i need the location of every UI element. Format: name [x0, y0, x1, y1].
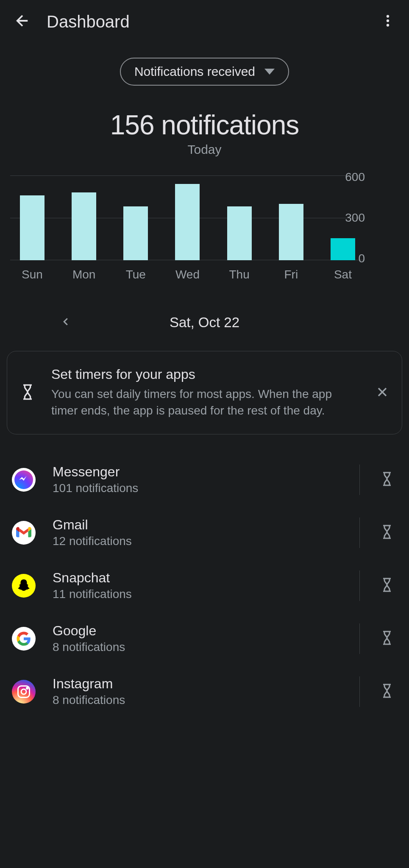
chart-bar[interactable] [121, 206, 150, 260]
app-info: Instagram 8 notifications [53, 676, 342, 707]
svg-point-1 [387, 19, 389, 22]
chart-x-axis: SunMonTueWedThuFriSat [18, 268, 357, 281]
vertical-divider [359, 570, 360, 601]
chart-bar[interactable] [70, 192, 98, 260]
chart-bar[interactable] [225, 206, 254, 260]
dismiss-card-button[interactable] [375, 384, 390, 401]
overflow-menu-button[interactable] [380, 13, 395, 30]
app-notifications-count: 11 notifications [53, 587, 342, 601]
chart-bar[interactable] [18, 195, 47, 260]
metric-selector-label: Notifications received [134, 64, 255, 79]
svg-point-0 [387, 15, 389, 17]
vertical-divider [359, 465, 360, 495]
summary: 156 notifications Today [0, 109, 409, 157]
chart-bar-fill [72, 192, 96, 260]
chart-bar-fill [20, 195, 45, 260]
set-timer-button[interactable] [377, 630, 397, 647]
app-row[interactable]: Gmail 12 notifications [0, 506, 409, 559]
app-row[interactable]: Messenger 101 notifications [0, 453, 409, 506]
previous-day-button[interactable] [59, 315, 72, 330]
y-tick-label: 0 [334, 252, 365, 265]
hourglass-icon [379, 577, 395, 593]
x-tick-label: Mon [70, 268, 98, 281]
hourglass-icon [19, 384, 36, 402]
x-tick-label: Tue [121, 268, 150, 281]
svg-point-4 [21, 689, 26, 694]
date-navigator: Sat, Oct 22 [0, 314, 409, 331]
set-timer-button[interactable] [377, 471, 397, 488]
chart-bar[interactable] [277, 204, 306, 260]
app-name-label: Messenger [53, 464, 342, 480]
app-info: Messenger 101 notifications [53, 464, 342, 495]
vertical-divider [359, 676, 360, 707]
summary-count: 156 notifications [0, 109, 409, 141]
app-row[interactable]: Instagram 8 notifications [0, 665, 409, 718]
chart-bar-fill [123, 206, 148, 260]
chart-bar-fill [175, 184, 200, 260]
chart-plot-area[interactable]: 600 300 0 [10, 175, 365, 260]
x-tick-label: Sat [328, 268, 357, 281]
arrow-left-icon [14, 12, 31, 30]
app-header: Dashboard [0, 0, 409, 43]
app-notifications-count: 12 notifications [53, 534, 342, 548]
y-tick-label: 300 [334, 211, 365, 225]
google-app-icon [12, 627, 36, 651]
metric-selector[interactable]: Notifications received [120, 58, 289, 86]
app-notifications-count: 8 notifications [53, 640, 342, 654]
app-row[interactable]: Snapchat 11 notifications [0, 559, 409, 612]
app-notifications-count: 8 notifications [53, 693, 342, 707]
app-name-label: Snapchat [53, 570, 342, 586]
more-vert-icon [380, 13, 395, 28]
summary-subtitle: Today [0, 142, 409, 157]
app-info: Gmail 12 notifications [53, 517, 342, 548]
app-name-label: Instagram [53, 676, 342, 692]
hourglass-icon [379, 471, 395, 487]
messenger-app-icon [12, 468, 36, 492]
set-timer-button[interactable] [377, 524, 397, 541]
back-button[interactable] [14, 12, 31, 31]
x-tick-label: Thu [225, 268, 254, 281]
set-timer-button[interactable] [377, 683, 397, 700]
y-tick-label: 600 [334, 170, 365, 184]
snapchat-app-icon [12, 574, 36, 598]
x-tick-label: Sun [18, 268, 47, 281]
timers-info-card: Set timers for your apps You can set dai… [7, 351, 402, 434]
hourglass-icon [379, 630, 395, 645]
gmail-app-icon [12, 521, 36, 545]
vertical-divider [359, 517, 360, 548]
x-tick-label: Wed [173, 268, 202, 281]
chart-bar-fill [227, 206, 252, 260]
app-list: Messenger 101 notifications Gmail 12 not… [0, 453, 409, 718]
chart-y-axis: 600 300 0 [334, 170, 365, 265]
vertical-divider [359, 623, 360, 654]
info-card-title: Set timers for your apps [51, 367, 359, 382]
app-name-label: Gmail [53, 517, 342, 533]
chevron-left-icon [59, 315, 72, 328]
set-timer-button[interactable] [377, 577, 397, 594]
page-title: Dashboard [47, 12, 365, 31]
close-icon [375, 384, 390, 400]
svg-point-2 [387, 24, 389, 26]
chart-bar[interactable] [173, 184, 202, 260]
info-card-text: Set timers for your apps You can set dai… [51, 367, 359, 419]
chevron-down-icon [264, 69, 275, 75]
x-tick-label: Fri [277, 268, 306, 281]
svg-point-5 [26, 687, 28, 689]
app-name-label: Google [53, 623, 342, 639]
notifications-chart: 600 300 0 SunMonTueWedThuFriSat [10, 175, 399, 281]
app-row[interactable]: Google 8 notifications [0, 612, 409, 665]
instagram-app-icon [12, 680, 36, 704]
info-card-description: You can set daily timers for most apps. … [51, 386, 359, 419]
app-info: Google 8 notifications [53, 623, 342, 654]
current-date-label: Sat, Oct 22 [170, 314, 239, 331]
app-info: Snapchat 11 notifications [53, 570, 342, 601]
hourglass-icon [379, 683, 395, 698]
hourglass-icon [379, 524, 395, 540]
app-notifications-count: 101 notifications [53, 481, 342, 495]
chart-bar-fill [279, 204, 303, 260]
